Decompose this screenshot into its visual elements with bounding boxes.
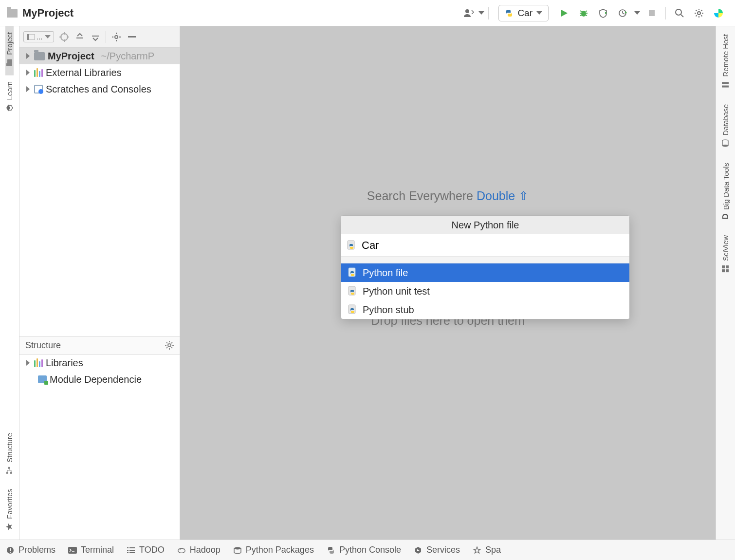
expand-icon[interactable] xyxy=(24,53,31,59)
bottom-problems[interactable]: Problems xyxy=(6,545,55,555)
bottom-python-packages[interactable]: Python Packages xyxy=(233,545,314,555)
tab-learn[interactable]: Learn xyxy=(5,75,14,120)
run-config-selector[interactable]: Car xyxy=(498,5,549,21)
svg-line-49 xyxy=(171,342,172,343)
tree-root-label: MyProject xyxy=(48,51,94,62)
popup-option-python-unit-test[interactable]: Python unit test xyxy=(341,282,629,300)
user-icon[interactable] xyxy=(462,6,476,20)
svg-point-0 xyxy=(465,9,469,13)
learn-tab-icon xyxy=(6,104,14,112)
expand-icon[interactable] xyxy=(24,360,31,366)
bottom-python-console[interactable]: Python Console xyxy=(327,545,401,555)
collapse-all-icon[interactable] xyxy=(90,32,101,42)
todo-icon xyxy=(127,546,135,555)
project-folder-icon xyxy=(7,9,18,18)
bottom-spark-label: Spa xyxy=(485,545,501,555)
tree-scratches[interactable]: Scratches and Consoles xyxy=(19,81,180,97)
gear-icon[interactable] xyxy=(165,341,174,350)
expand-all-icon[interactable] xyxy=(74,32,85,42)
new-python-file-popup: New Python file Python file Python unit … xyxy=(341,215,630,319)
more-run-dropdown-icon[interactable] xyxy=(634,11,640,15)
tab-database[interactable]: Database xyxy=(721,96,730,155)
structure-tab-icon xyxy=(6,467,14,474)
search-icon[interactable] xyxy=(673,6,686,20)
profile-button[interactable] xyxy=(616,6,629,20)
pane-settings-icon[interactable] xyxy=(111,32,122,42)
svg-point-71 xyxy=(178,548,185,553)
tab-big-data-tools[interactable]: D Big Data Tools xyxy=(721,155,731,227)
separator xyxy=(665,7,666,19)
file-name-input[interactable] xyxy=(362,239,625,252)
bottom-terminal[interactable]: Terminal xyxy=(68,545,114,555)
tab-project[interactable]: Project xyxy=(5,26,14,75)
structure-module-deps-label: Module Dependencie xyxy=(50,374,142,385)
side-pane: ... MyProject ~/PycharmP External Librar… xyxy=(19,26,180,540)
bottom-services-label: Services xyxy=(426,545,460,555)
svg-rect-63 xyxy=(10,552,11,553)
scratches-icon xyxy=(34,85,43,93)
structure-libraries[interactable]: Libraries xyxy=(19,355,180,371)
svg-rect-54 xyxy=(722,86,729,88)
top-toolbar: MyProject Car xyxy=(0,0,735,26)
locate-icon[interactable] xyxy=(59,32,70,42)
project-tree: MyProject ~/PycharmP External Libraries … xyxy=(19,48,180,97)
tab-remote-host[interactable]: Remote Host xyxy=(721,26,730,96)
breadcrumb-project[interactable]: MyProject xyxy=(22,7,74,19)
debug-button[interactable] xyxy=(577,6,590,20)
run-button[interactable] xyxy=(557,6,571,20)
svg-point-30 xyxy=(61,34,68,40)
settings-icon[interactable] xyxy=(692,6,706,20)
svg-rect-55 xyxy=(722,82,729,84)
project-view-selector[interactable]: ... xyxy=(23,31,54,42)
bottom-services[interactable]: Services xyxy=(414,545,460,555)
popup-option-python-stub[interactable]: Python stub xyxy=(341,300,629,319)
svg-line-22 xyxy=(701,10,702,11)
bottom-problems-label: Problems xyxy=(18,545,55,555)
project-view-crumb: ... xyxy=(37,33,43,41)
tab-structure-label: Structure xyxy=(5,433,14,463)
libraries-icon xyxy=(34,68,43,77)
python-file-icon xyxy=(347,267,358,278)
tree-external-libraries[interactable]: External Libraries xyxy=(19,64,180,81)
structure-header[interactable]: Structure xyxy=(19,336,180,355)
problems-icon xyxy=(6,546,15,555)
bottom-bar: Problems Terminal TODO Hadoop Python Pac… xyxy=(0,540,735,560)
bottom-todo[interactable]: TODO xyxy=(127,545,165,555)
tree-scratches-label: Scratches and Consoles xyxy=(46,84,151,95)
tab-favorites[interactable]: Favorites xyxy=(5,483,14,540)
tab-sciview[interactable]: SciView xyxy=(721,227,730,280)
svg-line-47 xyxy=(171,347,172,348)
chevron-down-icon xyxy=(536,11,542,15)
services-icon xyxy=(414,546,423,555)
svg-rect-29 xyxy=(27,34,29,40)
chevron-down-icon xyxy=(45,35,51,38)
hide-pane-icon[interactable] xyxy=(127,32,137,42)
run-coverage-button[interactable] xyxy=(596,6,610,20)
bottom-todo-label: TODO xyxy=(139,545,165,555)
expand-icon[interactable] xyxy=(24,70,31,75)
jetbrains-icon[interactable] xyxy=(712,6,725,20)
tree-root[interactable]: MyProject ~/PycharmP xyxy=(19,48,180,64)
svg-line-20 xyxy=(701,15,702,16)
tab-structure[interactable]: Structure xyxy=(5,427,14,483)
bottom-python-packages-label: Python Packages xyxy=(246,545,314,555)
bottom-spark[interactable]: Spa xyxy=(473,545,501,555)
svg-point-35 xyxy=(115,36,118,38)
svg-rect-62 xyxy=(10,548,11,551)
popup-option-python-file[interactable]: Python file xyxy=(341,263,629,282)
structure-libraries-label: Libraries xyxy=(46,357,83,369)
python-icon xyxy=(327,546,335,555)
run-config-label: Car xyxy=(517,8,533,19)
structure-module-deps[interactable]: Module Dependencie xyxy=(19,371,180,388)
packages-icon xyxy=(233,546,242,555)
svg-line-10 xyxy=(623,13,625,14)
python-file-icon xyxy=(346,240,357,251)
expand-icon[interactable] xyxy=(24,86,31,92)
svg-line-13 xyxy=(681,15,683,17)
user-dropdown-icon[interactable] xyxy=(478,11,484,15)
module-deps-icon xyxy=(38,375,47,383)
bottom-hadoop[interactable]: Hadoop xyxy=(177,545,220,555)
popup-option-label: Python stub xyxy=(363,304,414,316)
terminal-icon xyxy=(68,546,77,555)
svg-rect-59 xyxy=(726,265,729,268)
